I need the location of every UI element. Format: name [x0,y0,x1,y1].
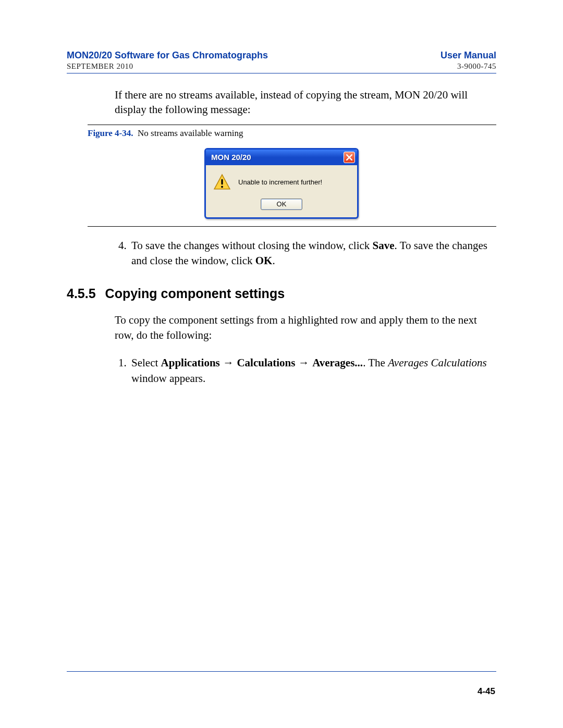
dialog-titlebar: MON 20/20 [206,150,357,165]
step-1: Select Applications → Calculations → Ave… [129,355,496,386]
figure-rule-bottom [88,226,496,227]
page-header: MON20/20 Software for Gas Chromatographs… [67,50,496,78]
header-docnum: 3-9000-745 [457,62,496,71]
step1-text-a: Select [131,356,161,369]
arrow-icon: → [220,356,237,368]
step4-text-c: . [272,254,275,267]
menu-averages: Averages... [312,356,363,369]
intro-paragraph: If there are no streams available, inste… [115,88,496,117]
window-name: Averages Calculations [388,356,487,369]
figure-label: Figure 4-34. [88,128,133,138]
step1-text-c: window appears. [131,372,205,385]
arrow-icon: → [295,356,312,368]
step-4: To save the changes without closing the … [129,238,496,269]
ok-button[interactable]: OK [261,199,302,210]
section-heading: 4.5.5Copying component settings [67,286,496,301]
footer-rule [67,671,496,672]
step1-text-b: . The [363,356,388,369]
step-list: Select Applications → Calculations → Ave… [115,355,496,386]
svg-point-2 [221,186,223,188]
header-title-right: User Manual [440,50,496,61]
section-intro-paragraph: To copy the component settings from a hi… [115,313,496,342]
step4-text-a: To save the changes without closing the … [131,239,373,252]
svg-rect-1 [221,179,223,184]
warning-icon [213,174,231,191]
header-title-left: MON20/20 Software for Gas Chromatographs [67,50,268,61]
dialog-message: Unable to increment further! [238,178,322,186]
figure-image: MON 20/20 Unable to increment further! O… [67,148,496,219]
header-date: SEPTEMBER 2010 [67,62,133,71]
section-title: Copying component settings [105,286,285,301]
ok-label: OK [255,254,273,267]
figure-caption-text: No streams available warning [138,128,243,138]
menu-applications: Applications [161,356,220,369]
menu-calculations: Calculations [237,356,295,369]
figure-rule-top [88,125,496,125]
page-number: 4-45 [478,686,495,697]
manual-page: MON20/20 Software for Gas Chromatographs… [0,0,563,728]
header-rule [67,73,496,73]
page-body: If there are no streams available, inste… [67,88,496,391]
step-list-continued: To save the changes without closing the … [115,238,496,269]
save-label: Save [373,239,395,252]
dialog-title: MON 20/20 [211,153,251,162]
close-icon[interactable] [344,152,355,163]
figure-caption: Figure 4-34. No streams available warnin… [88,128,496,139]
section-number: 4.5.5 [67,286,96,301]
warning-dialog: MON 20/20 Unable to increment further! O… [204,148,359,219]
